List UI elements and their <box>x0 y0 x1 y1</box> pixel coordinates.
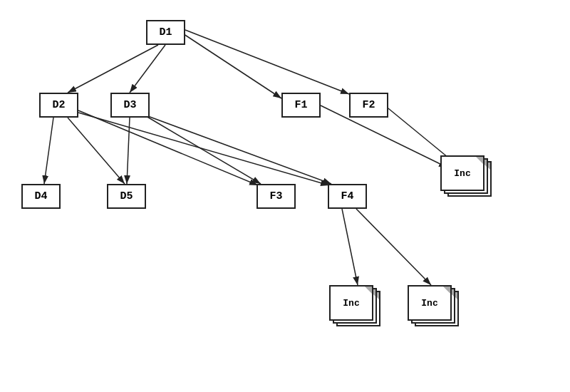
svg-line-1 <box>68 45 158 93</box>
svg-line-6 <box>68 118 125 184</box>
node-F1: F1 <box>281 93 321 118</box>
svg-line-7 <box>78 110 258 185</box>
svg-line-10 <box>142 114 261 184</box>
node-D4: D4 <box>21 184 61 209</box>
svg-line-5 <box>44 118 53 184</box>
node-D3: D3 <box>110 93 150 118</box>
node-F2: F2 <box>349 93 388 118</box>
svg-line-15 <box>356 209 431 285</box>
node-F4: F4 <box>328 184 367 209</box>
svg-line-14 <box>342 209 358 285</box>
svg-line-4 <box>185 30 349 94</box>
node-D2: D2 <box>39 93 78 118</box>
node-D1: D1 <box>146 20 185 45</box>
svg-line-11 <box>146 115 331 184</box>
node-F3: F3 <box>256 184 296 209</box>
svg-line-3 <box>182 33 281 98</box>
svg-line-2 <box>130 45 165 93</box>
node-D5: D5 <box>107 184 146 209</box>
